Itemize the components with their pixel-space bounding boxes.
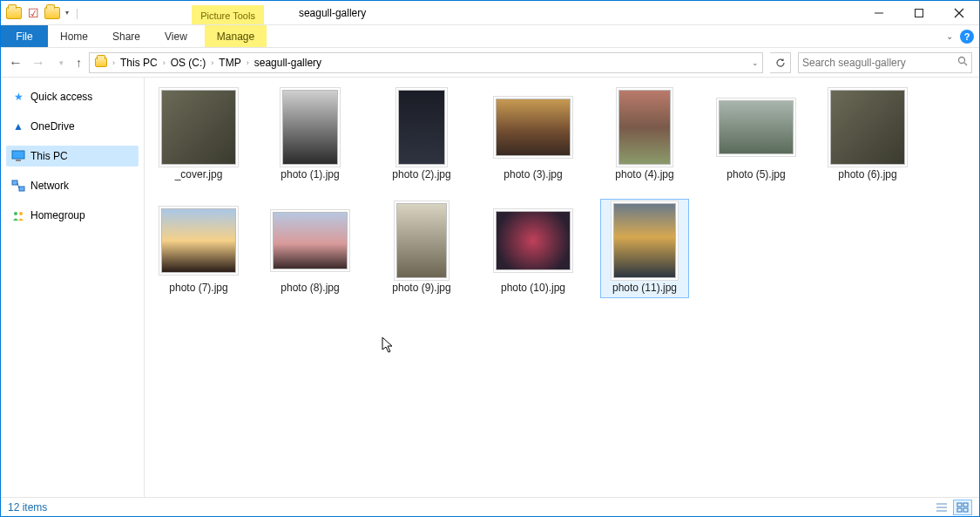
navigation-pane: ★Quick access▲OneDriveThis PCNetworkHome… [1,78,145,497]
svg-rect-6 [12,151,24,159]
title-bar: ☑ ▾ | Picture Tools seagull-gallery [1,1,979,25]
contextual-tab-label: Picture Tools [192,5,264,24]
file-item[interactable]: photo (10).jpg [490,200,577,297]
chevron-right-icon[interactable]: › [247,58,249,67]
file-item[interactable]: photo (7).jpg [155,200,242,297]
expand-ribbon-icon[interactable]: ⌄ [946,31,953,41]
file-item[interactable]: photo (2).jpg [378,86,465,184]
file-thumbnail [161,90,236,165]
file-menu-button[interactable]: File [1,25,48,47]
ribbon: File HomeShareView Manage ⌄ ? [1,25,979,48]
monitor-icon [11,149,25,163]
sidebar-item-homegroup[interactable]: Homegroup [6,205,139,226]
svg-rect-9 [19,187,24,191]
ribbon-tab-home[interactable]: Home [48,31,100,43]
forward-button[interactable]: → [30,55,46,71]
folder-icon [93,55,109,71]
breadcrumb-segment[interactable]: This PC [118,57,159,69]
svg-rect-16 [957,503,962,507]
up-button[interactable]: ↑ [76,56,82,70]
svg-rect-1 [916,9,923,17]
svg-point-12 [19,212,23,215]
file-item[interactable]: photo (6).jpg [824,86,911,184]
minimize-button[interactable] [859,1,899,25]
minimize-icon [874,8,884,18]
file-gallery: _cover.jpgphoto (1).jpgphoto (2).jpgphot… [155,86,969,297]
file-label: _cover.jpg [175,168,223,180]
properties-icon[interactable]: ☑ [25,5,41,21]
sidebar-item-label: This PC [30,150,68,162]
file-label: photo (3).jpg [504,168,562,180]
file-thumbnail [496,203,571,278]
content-area: ★Quick access▲OneDriveThis PCNetworkHome… [1,78,979,497]
search-input[interactable] [802,57,954,69]
file-thumbnail [607,203,682,278]
svg-rect-8 [12,180,17,185]
sidebar-item-this-pc[interactable]: This PC [6,146,139,167]
svg-rect-19 [963,508,968,512]
file-item[interactable]: photo (3).jpg [490,86,577,184]
status-bar: 12 items [1,497,979,516]
sidebar-item-label: Homegroup [30,209,85,221]
separator: | [76,7,78,19]
file-item[interactable]: photo (9).jpg [378,200,465,297]
file-item[interactable]: photo (5).jpg [713,86,800,184]
file-item[interactable]: photo (11).jpg [601,200,688,297]
address-dropdown-icon[interactable]: ⌄ [752,58,759,67]
chevron-right-icon[interactable]: › [211,58,213,67]
file-thumbnail [830,90,905,165]
sidebar-item-quick-access[interactable]: ★Quick access [6,86,139,107]
network-icon [11,179,25,193]
file-thumbnail [719,90,794,165]
chevron-right-icon[interactable]: › [163,58,166,67]
file-label: photo (8).jpg [280,282,339,294]
search-box[interactable] [798,52,972,73]
navigation-bar: ← → ▾ ↑ › This PC›OS (C:)›TMP›seagull-ga… [1,48,979,78]
file-item[interactable]: photo (8).jpg [267,200,354,297]
svg-rect-18 [957,508,962,512]
sidebar-item-network[interactable]: Network [6,175,139,196]
file-item[interactable]: photo (1).jpg [267,86,354,184]
help-icon[interactable]: ? [960,30,974,44]
file-label: photo (4).jpg [615,168,673,180]
ribbon-tab-manage[interactable]: Manage [205,25,267,47]
file-thumbnail [273,203,348,278]
file-pane[interactable]: _cover.jpgphoto (1).jpgphoto (2).jpgphot… [145,78,979,497]
sidebar-item-label: OneDrive [30,120,75,133]
file-item[interactable]: _cover.jpg [155,86,242,184]
maximize-icon [914,8,924,18]
thumbnails-view-button[interactable] [953,500,972,515]
history-dropdown-icon[interactable]: ▾ [53,58,69,67]
file-item[interactable]: photo (4).jpg [601,86,688,184]
file-label: photo (11).jpg [612,282,677,294]
file-label: photo (6).jpg [838,168,896,180]
ribbon-tab-view[interactable]: View [152,31,199,43]
item-count-label: 12 items [8,501,47,514]
breadcrumb-segment[interactable]: TMP [217,57,242,69]
home-icon [11,208,25,222]
file-thumbnail [161,203,236,278]
qat-dropdown-icon[interactable]: ▾ [65,9,69,17]
maximize-button[interactable] [899,1,939,25]
thumbnails-view-icon [956,502,969,513]
sidebar-item-onedrive[interactable]: ▲OneDrive [6,116,139,137]
file-label: photo (1).jpg [280,168,339,180]
details-view-icon [936,502,948,513]
close-button[interactable] [939,1,979,25]
refresh-button[interactable] [770,52,791,73]
svg-rect-17 [963,503,968,507]
search-icon[interactable] [957,56,968,69]
details-view-button[interactable] [932,500,951,515]
ribbon-tab-share[interactable]: Share [100,31,152,43]
breadcrumb-segment[interactable]: seagull-gallery [253,57,323,69]
address-bar[interactable]: › This PC›OS (C:)›TMP›seagull-gallery ⌄ [89,52,763,73]
file-thumbnail [607,90,682,165]
back-button[interactable]: ← [8,55,24,71]
quick-access-toolbar: ☑ ▾ | [1,1,87,24]
breadcrumb-segment[interactable]: OS (C:) [169,57,208,69]
sidebar-item-label: Quick access [30,91,92,103]
folder-icon[interactable] [44,5,60,21]
chevron-right-icon[interactable]: › [112,58,115,67]
folder-icon[interactable] [6,5,22,21]
window-title: seagull-gallery [299,7,366,19]
